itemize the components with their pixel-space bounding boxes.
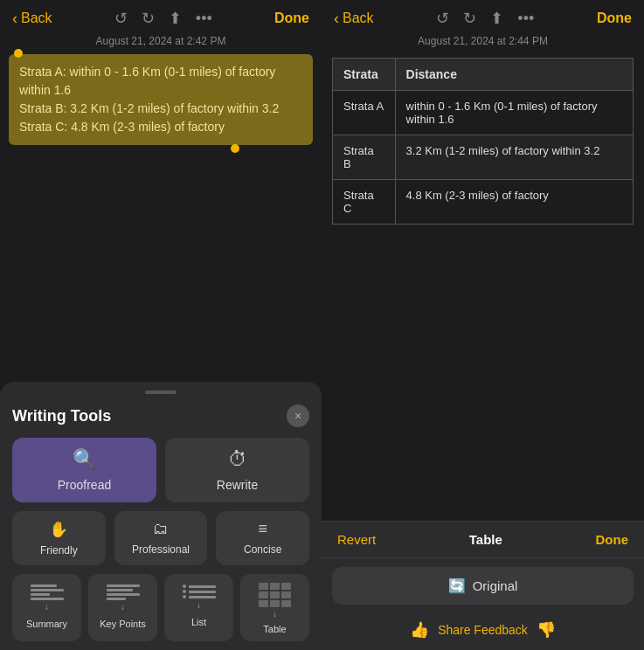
original-icon: 🔄 [448,577,466,594]
table-cell-distance: 4.8 Km (2-3 miles) of factory [395,180,633,225]
left-panel: ‹ Back ↺ ↻ ⬆ ••• Done August 21, 2024 at… [0,0,322,650]
table-row: Strata C4.8 Km (2-3 miles) of factory [333,180,634,225]
sheet-header: Writing Tools × [12,405,309,427]
format-tools-row: ↓ Summary ↓ Key Points [12,574,309,641]
revert-button[interactable]: Revert [337,532,376,547]
table-format-button[interactable]: ↓ Table [240,574,309,641]
rewrite-button[interactable]: ⏱ Rewrite [165,438,309,502]
right-back-label: Back [343,10,374,26]
list-format-button[interactable]: ↓ List [164,574,233,641]
rewrite-label: Rewrite [217,478,258,492]
concise-icon: ≡ [258,520,267,538]
more-icon[interactable]: ••• [196,10,212,28]
proofread-icon: 🔍 [73,448,96,471]
original-button[interactable]: 🔄 Original [332,567,634,605]
redo-icon[interactable]: ↻ [463,9,476,28]
list-icon: ↓ [181,581,218,613]
left-timestamp: August 21, 2024 at 2:42 PM [0,33,322,54]
undo-icon[interactable]: ↺ [114,9,128,28]
sheet-handle [145,391,177,394]
professional-icon: 🗂 [153,520,169,538]
left-nav-bar: ‹ Back ↺ ↻ ⬆ ••• Done [0,0,322,33]
share-feedback-button[interactable]: Share Feedback [438,623,528,637]
close-icon: × [294,409,301,423]
professional-button[interactable]: 🗂 Professional [114,511,208,565]
concise-button[interactable]: ≡ Concise [216,511,309,565]
chevron-left-icon: ‹ [12,10,17,28]
table-header-strata: Strata [333,59,396,91]
left-back-button[interactable]: ‹ Back [12,10,52,28]
key-points-format-button[interactable]: ↓ Key Points [88,574,157,641]
summary-format-button[interactable]: ↓ Summary [12,574,81,641]
share-icon[interactable]: ⬆ [490,9,503,28]
table-cell-strata: Strata B [333,135,396,180]
left-back-label: Back [21,10,52,26]
original-label: Original [473,578,518,593]
right-bottom-bar: Revert Table Done 🔄 Original 👍 Share Fee… [322,521,644,650]
friendly-icon: ✋ [49,520,68,539]
key-points-icon: ↓ [105,581,142,615]
chevron-left-icon: ‹ [334,10,339,28]
share-icon[interactable]: ⬆ [169,9,182,28]
rewrite-icon: ⏱ [228,448,247,471]
table-icon: ↓ [257,581,294,620]
friendly-button[interactable]: ✋ Friendly [12,511,106,565]
right-panel: ‹ Back ↺ ↻ ⬆ ••• Done August 21, 2024 at… [322,0,644,650]
selected-text-block: Strata A: within 0 - 1.6 Km (0-1 miles) … [9,54,313,145]
thumbs-up-icon[interactable]: 👍 [410,620,429,640]
bottom-done-button[interactable]: Done [595,532,628,547]
right-nav-icons: ↺ ↻ ⬆ ••• [436,9,534,28]
professional-label: Professional [132,543,190,556]
right-back-button[interactable]: ‹ Back [334,10,374,28]
strata-table: Strata Distance Strata Awithin 0 - 1.6 K… [332,58,634,225]
writing-tools-sheet: Writing Tools × 🔍 Proofread ⏱ Rewrite ✋ … [0,382,322,650]
selection-handle-bottom [231,144,239,153]
proofread-button[interactable]: 🔍 Proofread [12,438,156,502]
right-nav-bar: ‹ Back ↺ ↻ ⬆ ••• Done [322,0,644,33]
table-row: Strata Awithin 0 - 1.6 Km (0-1 miles) of… [333,91,634,135]
concise-label: Concise [244,543,281,556]
tone-tools-row: ✋ Friendly 🗂 Professional ≡ Concise [12,511,309,565]
table-cell-distance: 3.2 Km (1-2 miles) of factory within 3.2 [395,135,633,180]
share-feedback-row: 👍 Share Feedback 👎 [322,613,644,650]
table-header-distance: Distance [395,59,633,91]
key-points-format-label: Key Points [100,619,146,629]
main-tools-row: 🔍 Proofread ⏱ Rewrite [12,438,309,502]
table-format-label: Table [263,624,286,634]
table-row: Strata B3.2 Km (1-2 miles) of factory wi… [333,135,634,180]
table-cell-distance: within 0 - 1.6 Km (0-1 miles) of factory… [395,91,633,135]
right-done-button[interactable]: Done [597,10,632,26]
summary-format-label: Summary [26,619,67,629]
undo-icon[interactable]: ↺ [436,9,449,28]
summary-icon: ↓ [29,581,66,615]
selected-line-1: Strata A: within 0 - 1.6 Km (0-1 miles) … [19,63,302,100]
table-cell-strata: Strata C [333,180,396,225]
selected-line-2: Strata B: 3.2 Km (1-2 miles) of factory … [19,100,302,118]
selected-line-3: Strata C: 4.8 Km (2-3 miles) of factory [19,118,302,136]
redo-icon[interactable]: ↻ [142,9,155,28]
right-bottom-nav: Revert Table Done [322,522,644,558]
thumbs-down-icon[interactable]: 👎 [537,620,556,640]
left-done-button[interactable]: Done [274,10,309,26]
table-cell-strata: Strata A [333,91,396,135]
bottom-title: Table [469,532,502,547]
right-content-area: Strata Distance Strata Awithin 0 - 1.6 K… [322,54,644,521]
list-format-label: List [191,617,206,627]
friendly-label: Friendly [40,544,78,557]
sheet-title: Writing Tools [12,407,111,425]
right-timestamp: August 21, 2024 at 2:44 PM [322,33,644,54]
left-nav-icons: ↺ ↻ ⬆ ••• [114,9,212,28]
sheet-close-button[interactable]: × [287,405,309,427]
more-icon[interactable]: ••• [517,10,534,28]
proofread-label: Proofread [58,478,111,492]
